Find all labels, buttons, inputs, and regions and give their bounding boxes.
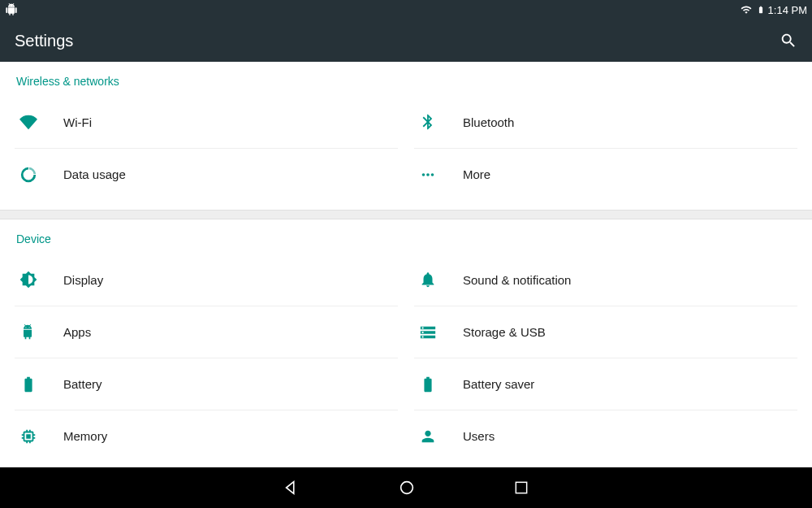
navigation-bar (0, 467, 812, 508)
wifi-icon (15, 113, 63, 131)
item-label: Apps (63, 325, 91, 339)
item-data-usage[interactable]: Data usage (15, 148, 398, 200)
display-icon (15, 271, 63, 289)
battery-saver-icon (414, 376, 463, 393)
storage-icon (414, 323, 463, 341)
item-apps[interactable]: Apps (15, 306, 398, 358)
data-usage-icon (15, 166, 63, 184)
android-debug-icon (5, 3, 18, 16)
nav-recent-icon (513, 480, 529, 496)
item-bluetooth[interactable]: Bluetooth (414, 96, 797, 148)
battery-status-icon (757, 3, 765, 16)
item-more[interactable]: More (414, 148, 797, 200)
item-label: More (463, 167, 490, 181)
memory-icon (15, 428, 63, 445)
nav-home-button[interactable] (398, 479, 416, 497)
item-label: Wi-Fi (63, 115, 92, 129)
section-header-wireless: Wireless & networks (0, 62, 812, 96)
svg-point-1 (426, 173, 430, 176)
item-label: Bluetooth (463, 115, 514, 129)
svg-point-0 (422, 173, 425, 176)
nav-back-button[interactable] (283, 479, 300, 497)
bluetooth-icon (414, 113, 463, 131)
item-label: Storage & USB (463, 325, 546, 339)
search-button[interactable] (780, 32, 797, 50)
nav-back-icon (283, 479, 300, 497)
status-bar: 1:14 PM (0, 0, 812, 20)
nav-home-icon (398, 479, 416, 497)
item-label: Data usage (63, 167, 126, 181)
svg-rect-4 (516, 482, 526, 493)
item-label: Battery saver (463, 377, 534, 391)
app-bar: Settings (0, 20, 812, 62)
settings-content: Wireless & networks Wi-Fi Bluetooth Data… (0, 62, 812, 467)
search-icon (780, 32, 797, 50)
battery-icon (15, 376, 63, 393)
item-battery-saver[interactable]: Battery saver (414, 358, 797, 410)
item-memory[interactable]: Memory (15, 410, 398, 462)
section-header-device: Device (0, 219, 812, 254)
item-label: Battery (63, 377, 102, 391)
bell-icon (414, 271, 463, 289)
nav-recent-button[interactable] (513, 480, 529, 496)
page-title: Settings (15, 32, 73, 50)
more-horiz-icon (414, 166, 463, 184)
status-time: 1:14 PM (768, 4, 807, 16)
item-users[interactable]: Users (414, 410, 797, 462)
item-battery[interactable]: Battery (15, 358, 398, 410)
item-display[interactable]: Display (15, 254, 398, 306)
user-icon (414, 428, 463, 445)
wifi-status-icon (739, 4, 754, 15)
apps-icon (15, 324, 63, 341)
item-wifi[interactable]: Wi-Fi (15, 96, 398, 148)
item-storage[interactable]: Storage & USB (414, 306, 797, 358)
item-label: Sound & notification (463, 273, 571, 287)
item-label: Display (63, 273, 103, 287)
item-sound[interactable]: Sound & notification (414, 254, 797, 306)
item-label: Memory (63, 429, 107, 443)
item-label: Users (463, 429, 495, 443)
device-grid: Display Sound & notification Apps Storag… (0, 254, 812, 462)
svg-point-2 (431, 173, 434, 176)
section-divider (0, 210, 812, 219)
wireless-grid: Wi-Fi Bluetooth Data usage More (0, 96, 812, 200)
svg-point-3 (401, 482, 413, 494)
